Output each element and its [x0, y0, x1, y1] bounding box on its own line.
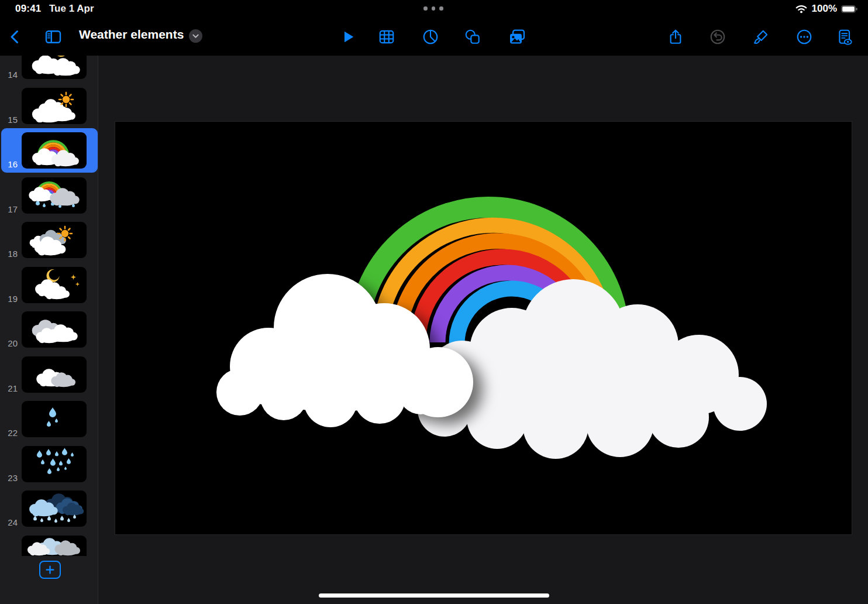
white-gray-clouds-icon	[22, 356, 87, 393]
slide-navigator-icon	[44, 28, 63, 46]
title-menu-button[interactable]	[189, 29, 202, 43]
battery-icon	[841, 5, 857, 13]
format-brush-icon	[752, 28, 770, 46]
slide-thumbnail-14[interactable]: 14	[0, 56, 98, 79]
media-icon	[508, 28, 526, 46]
gray-white-clouds-icon	[22, 311, 87, 348]
insert-table-button[interactable]	[377, 27, 397, 47]
more-button[interactable]	[794, 27, 814, 47]
slide-thumbnail-15[interactable]: 15	[0, 88, 98, 124]
slide-thumbnail-23[interactable]: 23	[0, 446, 98, 482]
chevron-down-icon	[192, 32, 199, 40]
undo-button	[708, 27, 728, 47]
slide-number: 24	[0, 517, 18, 527]
raindrops-many-icon	[22, 446, 87, 482]
clouds-sun-icon	[22, 222, 87, 258]
rainbow-rain-clouds-icon	[22, 177, 87, 214]
slide-number: 17	[0, 204, 18, 214]
slide-number: 14	[0, 70, 18, 80]
editor-canvas[interactable]	[98, 56, 868, 604]
slide-list[interactable]: 14 15 16	[0, 56, 98, 556]
back-button[interactable]	[5, 27, 25, 47]
shapes-icon	[464, 28, 481, 46]
slide-thumbnail-18[interactable]: 18	[0, 222, 98, 258]
slide-navigator-button[interactable]	[43, 27, 63, 47]
insert-media-button[interactable]	[507, 27, 527, 47]
status-date: Tue 1 Apr	[49, 3, 94, 15]
clouds-sun-icon	[22, 88, 87, 124]
slide-thumbnail-19[interactable]: 19	[0, 267, 98, 303]
insert-chart-button[interactable]	[421, 27, 440, 47]
home-indicator[interactable]	[319, 593, 549, 598]
table-icon	[378, 28, 395, 46]
toolbar: Weather elements	[0, 18, 868, 56]
chart-icon	[422, 28, 439, 46]
slide-thumbnail-25[interactable]	[0, 536, 98, 557]
view-options-icon	[836, 28, 853, 46]
document-title: Weather elements	[79, 28, 184, 42]
slide-number: 20	[0, 338, 18, 348]
undo-icon	[709, 28, 726, 46]
status-bar: 09:41 Tue 1 Apr 100%	[0, 0, 868, 18]
slide-canvas[interactable]	[115, 122, 852, 534]
format-button[interactable]	[751, 27, 771, 47]
rainbow-clouds-icon	[22, 132, 87, 169]
slide-number: 21	[0, 383, 18, 393]
slide-number: 23	[0, 473, 18, 483]
slide-number: 22	[0, 428, 18, 438]
play-button[interactable]	[338, 27, 358, 47]
view-options-button[interactable]	[835, 27, 855, 47]
clouds-partial-icon	[22, 536, 87, 557]
clouds-moon-stars-icon	[22, 267, 87, 303]
slide-navigator: 14 15 16	[0, 56, 98, 604]
status-time: 09:41	[15, 3, 41, 15]
slide-thumbnail-16[interactable]: 16	[0, 132, 98, 169]
slide-thumbnail-20[interactable]: 20	[0, 311, 98, 348]
slide-number: 19	[0, 294, 18, 304]
play-icon	[340, 29, 356, 44]
insert-shape-button[interactable]	[463, 27, 483, 47]
wifi-icon	[795, 4, 808, 13]
storm-clouds-rain-icon	[22, 490, 87, 527]
add-slide-button[interactable]	[39, 561, 61, 579]
slide-thumbnail-22[interactable]: 22	[0, 401, 98, 437]
slide-thumbnail-24[interactable]: 24	[0, 490, 98, 527]
multitask-dots-icon[interactable]	[423, 6, 443, 11]
slide-number: 18	[0, 249, 18, 259]
slide-number: 16	[0, 159, 18, 169]
keynote-app-window: 09:41 Tue 1 Apr 100%	[0, 0, 868, 604]
slide-16-artwork	[115, 122, 852, 534]
slide-number: 15	[0, 115, 18, 125]
share-button[interactable]	[666, 27, 686, 47]
battery-percent: 100%	[812, 3, 837, 15]
more-icon	[795, 28, 813, 46]
plus-icon	[46, 565, 54, 574]
share-icon	[667, 28, 684, 46]
slide-thumbnail-21[interactable]: 21	[0, 356, 98, 393]
raindrops-few-icon	[22, 401, 87, 437]
slide-thumbnail-17[interactable]: 17	[0, 177, 98, 214]
back-icon	[12, 32, 18, 43]
clouds-moon-star-icon	[22, 56, 87, 79]
